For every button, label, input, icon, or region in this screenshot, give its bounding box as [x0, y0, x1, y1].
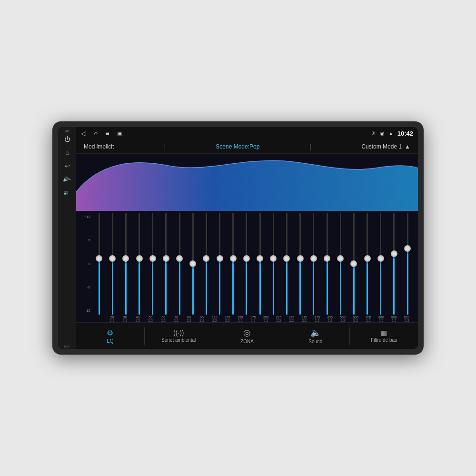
- slider-handle-175[interactable]: [243, 255, 250, 262]
- freq-val-700: 700: [366, 316, 371, 319]
- freq-label-col-700: 7002.2: [362, 316, 375, 322]
- slider-handle-375[interactable]: [310, 255, 317, 262]
- vol-up-button[interactable]: 🔊+: [60, 174, 74, 184]
- tab-eq-label: EQ: [107, 338, 113, 344]
- slider-track-80[interactable]: [179, 213, 180, 315]
- q-val-95: 2.2: [199, 319, 204, 322]
- q-val-175: 2.2: [251, 319, 256, 322]
- slider-track-125[interactable]: [219, 213, 220, 315]
- slider-track-150[interactable]: [232, 213, 234, 315]
- slider-track-700[interactable]: [367, 213, 368, 315]
- db-minus12: -12: [81, 308, 90, 313]
- slider-track-70[interactable]: [165, 213, 167, 315]
- freq-val-600: 600: [353, 316, 358, 319]
- db-6: 6: [81, 238, 90, 242]
- q-val-700: 2.2: [366, 319, 371, 322]
- q-val-80: 2.2: [187, 319, 191, 322]
- slider-col-920: [402, 213, 413, 315]
- freq-val-235: 235: [276, 316, 282, 319]
- nav-buttons: ◁ ○ ≡ ▣: [81, 129, 122, 137]
- freq-val-860: 860: [391, 316, 397, 319]
- back-nav-button[interactable]: ◁: [81, 129, 86, 137]
- freq-label-col-800: 8002.2: [375, 316, 387, 322]
- main-screen: ◁ ○ ≡ ▣ ✳ ◉ ▲ 10:42 Mod implicit | Scene…: [76, 127, 418, 349]
- slider-handle-275[interactable]: [283, 255, 290, 262]
- db-0: 0: [81, 262, 90, 266]
- scene-mode[interactable]: Scene Mode:Pop: [216, 143, 259, 150]
- slider-track-315[interactable]: [299, 213, 301, 315]
- tab-bass-label: Filtru de bas: [371, 337, 397, 343]
- slider-track-30[interactable]: [112, 213, 113, 315]
- freq-val-920: 920: [404, 316, 410, 319]
- slider-track-375[interactable]: [313, 213, 314, 315]
- slider-track-275[interactable]: [286, 213, 288, 315]
- slider-track-50[interactable]: [139, 213, 140, 315]
- slider-track-600[interactable]: [353, 213, 355, 315]
- tab-eq[interactable]: ⚙ EQ: [76, 323, 144, 349]
- home-button[interactable]: ⌂: [60, 147, 74, 158]
- back-button[interactable]: ↩: [60, 160, 74, 171]
- menu-nav-button[interactable]: ≡: [105, 129, 109, 137]
- slider-handle-315[interactable]: [297, 255, 304, 262]
- slider-handle-235[interactable]: [270, 255, 277, 262]
- slider-track-800[interactable]: [380, 213, 381, 315]
- slider-handle-125[interactable]: [217, 255, 223, 262]
- slider-handle-920[interactable]: [404, 245, 411, 252]
- power-button[interactable]: ⏻: [60, 134, 74, 144]
- tab-sound-label: Sound: [308, 339, 322, 344]
- slider-track-200[interactable]: [259, 213, 261, 315]
- freq-label-col-200: 2002.2: [259, 316, 272, 322]
- slider-track-920[interactable]: [407, 213, 408, 315]
- slider-handle-800[interactable]: [377, 255, 384, 262]
- vol-down-button[interactable]: 🔉-: [60, 187, 74, 198]
- slider-handle-200[interactable]: [257, 255, 263, 262]
- tab-bass[interactable]: ▦ Filtru de bas: [350, 323, 418, 349]
- slider-col-375: [308, 213, 319, 315]
- slider-handle-40[interactable]: [122, 255, 129, 262]
- slider-handle-20[interactable]: [96, 255, 102, 262]
- slider-handle-70[interactable]: [163, 255, 169, 262]
- recent-nav-button[interactable]: ▣: [117, 130, 122, 137]
- rst-label: RST: [64, 345, 70, 348]
- slider-handle-80[interactable]: [176, 255, 183, 262]
- tab-zona[interactable]: ◎ ZONA: [213, 323, 281, 349]
- slider-handle-95[interactable]: [189, 260, 196, 267]
- slider-handle-435[interactable]: [324, 255, 330, 262]
- slider-handle-110[interactable]: [203, 255, 209, 262]
- slider-track-175[interactable]: [246, 213, 247, 315]
- q-val-200: 2.2: [264, 319, 268, 322]
- slider-handle-60[interactable]: [149, 255, 156, 262]
- q-val-860: 2.2: [392, 319, 397, 322]
- freq-val-800: 800: [378, 316, 384, 319]
- slider-track-20[interactable]: [99, 213, 100, 315]
- bass-icon: ▦: [381, 329, 387, 337]
- slider-track-435[interactable]: [327, 213, 328, 315]
- slider-track-110[interactable]: [206, 213, 207, 315]
- mode-bar: Mod implicit | Scene Mode:Pop | Custom M…: [76, 139, 418, 154]
- custom-mode[interactable]: Custom Mode 1 ▲: [361, 143, 410, 150]
- slider-track-860[interactable]: [393, 213, 395, 315]
- slider-track-60[interactable]: [152, 213, 153, 315]
- ambient-icon: ((·)): [173, 329, 184, 337]
- mod-implicit[interactable]: Mod implicit: [84, 143, 114, 150]
- slider-handle-50[interactable]: [136, 255, 143, 262]
- slider-handle-150[interactable]: [230, 255, 237, 262]
- slider-handle-700[interactable]: [364, 255, 371, 262]
- tab-ambient[interactable]: ((·)) Sunet ambiental: [145, 323, 213, 349]
- slider-track-40[interactable]: [125, 213, 127, 315]
- slider-handle-30[interactable]: [109, 255, 116, 262]
- tab-sound[interactable]: 🔈 Sound: [281, 323, 349, 349]
- slider-track-235[interactable]: [273, 213, 274, 315]
- slider-handle-860[interactable]: [391, 250, 397, 257]
- slider-track-95[interactable]: [192, 213, 194, 315]
- slider-handle-600[interactable]: [350, 260, 357, 267]
- freq-label-col-435: 4352.2: [324, 316, 337, 322]
- slider-col-315: [295, 213, 306, 315]
- slider-handle-500[interactable]: [337, 255, 344, 262]
- freq-label-col-80: 802.2: [183, 316, 196, 322]
- slider-track-500[interactable]: [340, 213, 341, 315]
- car-head-unit: MIC ⏻ ⌂ ↩ 🔊+ 🔉- RST ◁ ○ ≡ ▣ ✳ ◉ ▲: [52, 121, 424, 355]
- q-val-275: 2.2: [289, 319, 294, 322]
- q-val-435: 2.2: [327, 319, 332, 322]
- home-nav-button[interactable]: ○: [94, 129, 98, 137]
